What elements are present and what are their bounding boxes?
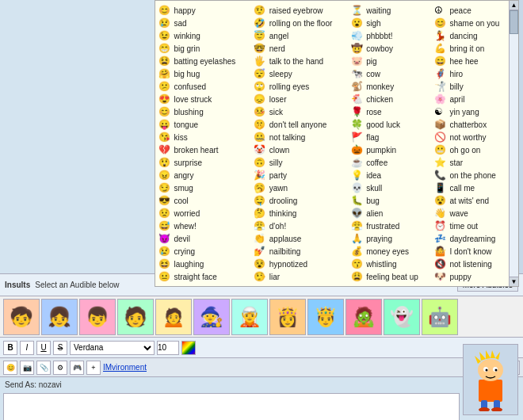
emoji-icon[interactable]: 🤒 xyxy=(254,105,268,118)
imvironment-label[interactable]: IMvironment xyxy=(103,363,147,372)
emoji-icon[interactable]: 😍 xyxy=(158,93,173,105)
emoji-label[interactable]: liar xyxy=(269,270,351,283)
emoji-icon[interactable]: ⭐ xyxy=(434,156,449,169)
emoji-icon[interactable]: 🤨 xyxy=(254,4,268,17)
strikethrough-button[interactable]: S xyxy=(53,341,67,355)
emoji-icon[interactable]: 😘 xyxy=(158,131,173,143)
underline-button[interactable]: U xyxy=(36,341,51,355)
emoji-label[interactable]: april xyxy=(449,93,515,105)
emoji-icon[interactable]: 😩 xyxy=(351,270,365,283)
emoji-icon[interactable]: 😫 xyxy=(158,55,173,67)
emoji-icon[interactable]: 😙 xyxy=(351,258,365,270)
attachment-button[interactable]: 📎 xyxy=(36,361,51,375)
emoji-icon[interactable]: 🚩 xyxy=(351,131,365,143)
emoji-label[interactable]: nailbiting xyxy=(269,245,351,258)
emoji-icon[interactable]: 😵 xyxy=(434,194,449,207)
emoji-label[interactable]: bug xyxy=(365,194,434,207)
emoji-icon[interactable]: 🚫 xyxy=(434,131,449,143)
emoji-icon[interactable]: 🤺 xyxy=(434,80,449,93)
audible-item[interactable]: 👸 xyxy=(269,299,306,335)
emoji-icon[interactable]: 😊 xyxy=(434,17,449,29)
scroll-thumb[interactable] xyxy=(510,10,518,34)
emoji-label[interactable]: love struck xyxy=(173,93,254,105)
emoji-icon[interactable]: 🎉 xyxy=(254,169,268,181)
emoji-label[interactable]: confused xyxy=(173,80,254,93)
emoji-label[interactable]: pumpkin xyxy=(365,143,434,156)
camera-button[interactable]: 📷 xyxy=(20,361,34,375)
emoji-icon[interactable]: ☕ xyxy=(351,156,365,169)
emoji-label[interactable]: drooling xyxy=(269,194,351,207)
emoji-label[interactable]: happy xyxy=(173,4,254,17)
audible-item[interactable]: 👦 xyxy=(79,299,116,335)
emoji-label[interactable]: big grin xyxy=(173,42,254,55)
emoji-icon[interactable]: 😎 xyxy=(158,194,173,207)
emoji-icon[interactable]: 😅 xyxy=(158,220,173,232)
emoji-icon[interactable]: 🤔 xyxy=(254,207,268,220)
emoji-label[interactable]: idea xyxy=(365,169,434,181)
emoji-label[interactable]: good luck xyxy=(365,118,434,131)
emoji-label[interactable]: worried xyxy=(173,207,254,220)
emoji-label[interactable]: hypnotized xyxy=(269,258,351,270)
audible-item[interactable]: 🧟 xyxy=(345,299,382,335)
emoji-icon[interactable]: 😄 xyxy=(434,55,449,67)
emoji-label[interactable]: rolling eyes xyxy=(269,80,351,93)
emoji-icon[interactable]: 🙏 xyxy=(351,232,365,245)
emoji-label[interactable]: smug xyxy=(173,181,254,194)
emoji-label[interactable]: cowboy xyxy=(365,42,434,55)
emoji-label[interactable]: coffee xyxy=(365,156,434,169)
audible-item[interactable]: 🙍 xyxy=(155,299,192,335)
emoji-label[interactable]: angry xyxy=(173,169,254,181)
emoji-icon[interactable]: 🤷 xyxy=(434,245,449,258)
emoji-icon[interactable]: 🌸 xyxy=(434,93,449,105)
emoji-label[interactable]: pig xyxy=(365,55,434,67)
emoji-label[interactable]: call me xyxy=(449,181,515,194)
font-size-input[interactable]: 10 xyxy=(157,341,179,355)
emoji-icon[interactable]: 🦸 xyxy=(434,67,449,80)
emoji-label[interactable]: daydreaming xyxy=(449,232,515,245)
emoji-icon[interactable]: ☯ xyxy=(434,105,449,118)
emoji-label[interactable]: devil xyxy=(173,232,254,245)
emoji-icon[interactable]: 😟 xyxy=(158,207,173,220)
scroll-down-arrow[interactable]: ▼ xyxy=(510,277,518,286)
emoji-icon[interactable]: 😐 xyxy=(158,270,173,283)
emoji-icon[interactable]: 💡 xyxy=(351,169,365,181)
emoji-icon[interactable]: 💪 xyxy=(434,42,449,55)
emoji-icon[interactable]: 😠 xyxy=(158,169,173,181)
emoji-icon[interactable]: 😊 xyxy=(158,4,173,17)
smiley-button[interactable]: 😊 xyxy=(3,361,17,375)
emoji-icon[interactable]: 😴 xyxy=(254,67,268,80)
emoji-label[interactable]: sick xyxy=(269,105,351,118)
audible-item[interactable]: 🧙 xyxy=(193,299,230,335)
emoji-label[interactable]: alien xyxy=(365,207,434,220)
emoji-label[interactable]: d'oh! xyxy=(269,220,351,232)
games-button[interactable]: 🎮 xyxy=(70,361,84,375)
emoji-icon[interactable]: 🐛 xyxy=(351,194,365,207)
emoji-icon[interactable]: 🔇 xyxy=(434,258,449,270)
emoji-label[interactable]: on the phone xyxy=(449,169,515,181)
emoji-label[interactable]: party xyxy=(269,169,351,181)
emoji-icon[interactable]: 😁 xyxy=(158,42,173,55)
emoji-icon[interactable]: 🤫 xyxy=(254,118,268,131)
emoji-icon[interactable]: 🤐 xyxy=(254,131,268,143)
audible-item[interactable]: 🤖 xyxy=(422,299,458,335)
emoji-icon[interactable]: 💃 xyxy=(434,29,449,42)
emoji-icon[interactable]: 👋 xyxy=(434,207,449,220)
emoji-icon[interactable]: 👏 xyxy=(254,232,268,245)
emoji-label[interactable]: surprise xyxy=(173,156,254,169)
emoji-label[interactable]: hiro xyxy=(449,67,515,80)
emoji-icon[interactable]: 🤥 xyxy=(254,270,268,283)
emoji-label[interactable]: cow xyxy=(365,67,434,80)
emoji-label[interactable]: not worthy xyxy=(449,131,515,143)
emoji-icon[interactable]: 🙄 xyxy=(254,80,268,93)
emoji-label[interactable]: batting eyelashes xyxy=(173,55,254,67)
emoji-label[interactable]: applause xyxy=(269,232,351,245)
emoji-icon[interactable]: 😤 xyxy=(351,220,365,232)
audible-item[interactable]: 🧒 xyxy=(3,299,40,335)
emoji-icon[interactable]: 😲 xyxy=(158,156,173,169)
emoji-icon[interactable]: 🤣 xyxy=(254,17,268,29)
emoji-label[interactable]: nerd xyxy=(269,42,351,55)
emoji-label[interactable]: chatterbox xyxy=(449,118,515,131)
emoji-label[interactable]: flag xyxy=(365,131,434,143)
emoji-label[interactable]: sleepy xyxy=(269,67,351,80)
emoji-label[interactable]: cool xyxy=(173,194,254,207)
